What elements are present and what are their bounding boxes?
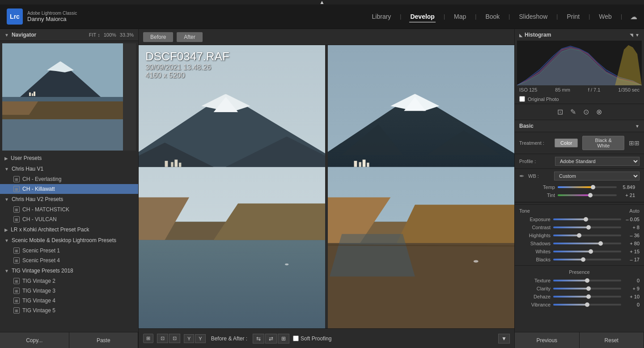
- list-item[interactable]: ▦ CH - MATCHSTICK: [0, 205, 138, 214]
- list-item[interactable]: ▦ CH - VULCAN: [0, 214, 138, 224]
- temp-slider[interactable]: [558, 186, 617, 188]
- nav-print[interactable]: Print: [566, 11, 580, 22]
- svg-marker-38: [330, 234, 415, 277]
- y-btn[interactable]: Y: [184, 334, 194, 343]
- view-btn-2[interactable]: ⊡: [169, 334, 180, 343]
- highlights-thumb[interactable]: [577, 233, 581, 238]
- contrast-slider[interactable]: [553, 226, 621, 228]
- whites-slider[interactable]: [553, 251, 621, 252]
- auto-button[interactable]: Auto: [629, 208, 640, 214]
- blacks-thumb[interactable]: [581, 257, 585, 262]
- histogram-header[interactable]: ◣ Histogram ◥ ▼: [515, 29, 644, 41]
- wb-dropper-icon[interactable]: ✒: [519, 172, 525, 180]
- bw-button[interactable]: Black & White: [582, 136, 624, 150]
- soft-proofing-checkbox[interactable]: Soft Proofing: [293, 335, 331, 342]
- chris-hau-v2-header[interactable]: ▼ Chris Hau V2 Presets: [0, 194, 138, 205]
- tig-header[interactable]: ▼ TIG Vintage Presets 2018: [0, 265, 138, 276]
- user-presets-header[interactable]: ▶ User Presets: [0, 153, 138, 164]
- navigator-title: Navigator: [12, 32, 36, 38]
- list-item[interactable]: ▦ CH - Everlasting: [0, 174, 138, 184]
- clarity-thumb[interactable]: [586, 286, 591, 291]
- cloud-icon[interactable]: ☁: [630, 13, 637, 21]
- zoom-33[interactable]: 33.3%: [120, 32, 134, 38]
- shadows-slider[interactable]: [553, 243, 621, 244]
- basic-section: Basic ▼ Treatment : Color Black & White …: [515, 120, 644, 309]
- nav-book[interactable]: Book: [484, 11, 500, 22]
- vibrance-slider[interactable]: [553, 304, 621, 306]
- blacks-slider[interactable]: [553, 259, 621, 260]
- list-item[interactable]: ▦ TIG Vintage 2: [0, 276, 138, 286]
- view-btn-1[interactable]: ⊡: [157, 334, 168, 343]
- redeye-icon[interactable]: ⊙: [583, 108, 589, 116]
- texture-thumb[interactable]: [585, 278, 589, 283]
- fit-button[interactable]: FIT ↕: [89, 32, 100, 38]
- basic-dropdown-icon[interactable]: ▼: [635, 124, 640, 129]
- basic-header[interactable]: Basic ▼: [515, 120, 644, 132]
- crop-icon[interactable]: ⊡: [557, 108, 563, 116]
- list-item[interactable]: ▦ Scenic Preset 1: [0, 246, 138, 256]
- swap-right-button[interactable]: ⇄: [265, 334, 277, 344]
- clarity-slider[interactable]: [553, 288, 621, 289]
- tint-thumb[interactable]: [588, 193, 593, 197]
- list-item[interactable]: ▦ TIG Vintage 5: [0, 306, 138, 315]
- svg-rect-39: [354, 161, 357, 167]
- tint-slider[interactable]: [558, 194, 617, 196]
- histogram-dropdown-icon[interactable]: ▼: [635, 33, 640, 38]
- preset-label: Scenic Preset 4: [22, 257, 60, 264]
- highlights-slider-row: Highlights – 36: [515, 231, 644, 239]
- before-after-toolbar-label: Before & After :: [211, 335, 247, 342]
- list-item[interactable]: ▦ TIG Vintage 3: [0, 286, 138, 296]
- tone-label: Tone: [519, 208, 530, 214]
- swap-left-button[interactable]: ⇆: [253, 334, 264, 344]
- filmstrip-dropdown-button[interactable]: ▼: [498, 334, 510, 344]
- chris-hau-v1-header[interactable]: ▼ Chris Hau V1: [0, 164, 138, 174]
- layout-button[interactable]: ⊞: [278, 334, 289, 344]
- texture-slider[interactable]: [553, 280, 621, 281]
- color-button[interactable]: Color: [555, 138, 578, 147]
- list-item[interactable]: ▦ CH - Killawatt: [0, 184, 138, 194]
- profile-select[interactable]: Adobe Standard: [555, 157, 640, 166]
- vibrance-fill: [553, 304, 587, 306]
- list-item[interactable]: ▦ Scenic Preset 4: [0, 256, 138, 265]
- zoom-100[interactable]: 100%: [104, 32, 116, 38]
- heal-icon[interactable]: ✎: [570, 108, 576, 116]
- top-collapse-handle[interactable]: ▲: [0, 0, 644, 4]
- list-item[interactable]: ▦ TIG Vintage 4: [0, 296, 138, 306]
- before-button[interactable]: Before: [143, 32, 173, 42]
- exposure-slider[interactable]: [553, 218, 621, 220]
- temp-thumb[interactable]: [591, 185, 595, 189]
- wb-select[interactable]: Custom: [554, 172, 640, 180]
- preset-icon: ▦: [13, 307, 20, 314]
- highlights-slider[interactable]: [553, 235, 621, 236]
- masking-icon[interactable]: ⊗: [596, 108, 602, 116]
- nav-map[interactable]: Map: [453, 11, 467, 22]
- whites-thumb[interactable]: [589, 249, 593, 254]
- nav-library[interactable]: Library: [371, 11, 392, 22]
- after-button[interactable]: After: [177, 32, 202, 42]
- shadows-thumb[interactable]: [598, 241, 603, 246]
- nav-develop[interactable]: Develop: [409, 11, 435, 22]
- grid-icon[interactable]: ⊞⊞: [629, 139, 640, 147]
- original-photo-checkbox[interactable]: [519, 96, 525, 102]
- grid-view-button[interactable]: ⊞: [143, 334, 153, 343]
- lrxkohki-header[interactable]: ▶ LR x Kohki Architect Preset Pack: [0, 224, 138, 235]
- photo-filename: DSCF0347.RAF: [145, 50, 229, 63]
- nav-web[interactable]: Web: [598, 11, 613, 22]
- reset-button[interactable]: Reset: [580, 332, 644, 348]
- exposure-thumb[interactable]: [584, 217, 588, 222]
- contrast-thumb[interactable]: [586, 225, 591, 230]
- y-btn-2[interactable]: Y: [195, 334, 205, 343]
- copy-button[interactable]: Copy...: [0, 332, 69, 348]
- vibrance-thumb[interactable]: [585, 302, 589, 307]
- scenic-header[interactable]: ▼ Scenic Mobile & Desktop Lightroom Pres…: [0, 235, 138, 246]
- dehaze-thumb[interactable]: [586, 294, 591, 299]
- previous-button[interactable]: Previous: [515, 332, 580, 348]
- navigator-header[interactable]: ▼ Navigator FIT ↕ 100% 33.3%: [0, 29, 138, 41]
- preset-icon: ▦: [13, 206, 20, 213]
- contrast-value: + 8: [624, 225, 640, 230]
- dehaze-slider[interactable]: [553, 296, 621, 298]
- paste-button[interactable]: Paste: [69, 332, 139, 348]
- nav-slideshow[interactable]: Slideshow: [518, 11, 548, 22]
- preset-icon: ▦: [13, 176, 20, 182]
- soft-proofing-input[interactable]: [293, 335, 299, 341]
